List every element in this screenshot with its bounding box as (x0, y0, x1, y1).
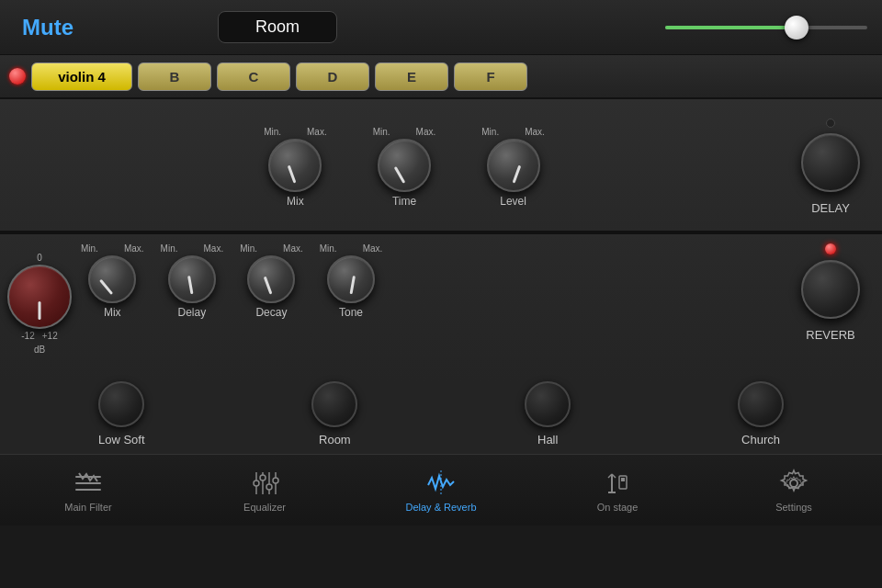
reverb-button-label: REVERB (806, 328, 854, 342)
reverb-preset-room: Room (311, 381, 357, 447)
on-stage-icon (603, 469, 632, 498)
svg-point-6 (273, 478, 278, 483)
main-filter-icon (74, 469, 103, 498)
reverb-preset-low-soft-button[interactable] (98, 381, 144, 427)
slider-thumb[interactable] (785, 16, 808, 40)
delay-level-labels: Min. Max. (481, 127, 545, 137)
mute-button[interactable]: Mute (15, 11, 81, 44)
reverb-preset-hall-label: Hall (537, 433, 558, 447)
preset-button-e[interactable]: E (375, 62, 448, 91)
delay-time-indicator (394, 165, 406, 183)
delay-level-min-label: Min. (481, 127, 499, 137)
svg-rect-2 (75, 489, 101, 491)
preset-button-b[interactable]: B (138, 62, 211, 91)
room-label-container: Room (81, 11, 474, 43)
svg-point-3 (254, 481, 259, 486)
delay-level-group: Min. Max. Level (481, 127, 545, 208)
reverb-preset-low-soft: Low Soft (98, 381, 145, 447)
equalizer-icon (250, 469, 279, 498)
delay-led (826, 119, 835, 128)
nav-equalizer[interactable]: Equalizer (176, 455, 353, 526)
reverb-mix-knob[interactable] (88, 255, 136, 303)
reverb-knobs-container: Min. Max. Mix Min. Max. Delay Min. Max. (81, 243, 794, 319)
reverb-preset-church-button[interactable] (738, 381, 784, 427)
preset-button-f[interactable]: F (454, 62, 527, 91)
reverb-mix-indicator (99, 279, 113, 295)
nav-on-stage-label: On stage (597, 502, 639, 513)
reverb-delay-min: Min. (161, 243, 178, 254)
reverb-delay-max: Max. (203, 243, 223, 254)
settings-icon (779, 469, 808, 498)
reverb-db-max: +12 (42, 331, 58, 341)
reverb-tone-label: Tone (339, 306, 363, 319)
reverb-button-area: REVERB (794, 243, 867, 342)
svg-rect-17 (621, 478, 625, 481)
delay-level-max-label: Max. (525, 127, 545, 137)
delay-mix-min-label: Min. (264, 127, 281, 137)
delay-mix-labels: Min. Max. (264, 127, 327, 137)
reverb-led (825, 243, 836, 254)
delay-level-indicator (512, 164, 521, 183)
reverb-decay-group: Min. Max. Decay (240, 243, 303, 319)
reverb-delay-labels: Min. Max. (161, 243, 224, 254)
nav-settings-label: Settings (775, 502, 812, 513)
reverb-db-group: 0 -12 +12 dB (7, 253, 72, 355)
top-bar: Mute Room (0, 0, 882, 55)
svg-rect-1 (75, 482, 101, 484)
nav-on-stage[interactable]: On stage (529, 455, 706, 526)
delay-time-group: Min. Max. Time (373, 127, 436, 208)
reverb-mix-group: Min. Max. Mix (81, 243, 144, 319)
delay-mix-knob[interactable] (268, 139, 322, 192)
reverb-delay-knob[interactable] (168, 255, 216, 303)
delay-knobs-container: Min. Max. Mix Min. Max. Time Min. Max. (15, 127, 794, 208)
reverb-tone-labels: Min. Max. (320, 243, 383, 254)
reverb-decay-knob[interactable] (247, 255, 295, 303)
bottom-nav: Main Filter Equalizer Delay & Reverb (0, 454, 882, 526)
delay-time-labels: Min. Max. (373, 127, 436, 137)
reverb-preset-hall: Hall (525, 381, 571, 447)
delay-time-knob[interactable] (378, 139, 431, 192)
reverb-preset-low-soft-label: Low Soft (98, 433, 145, 447)
preset-button-violin4[interactable]: violin 4 (31, 62, 132, 91)
reverb-decay-labels: Min. Max. (240, 243, 303, 254)
delay-button-label: DELAY (811, 201, 850, 215)
delay-mix-group: Min. Max. Mix (264, 127, 327, 208)
reverb-decay-max: Max. (283, 243, 303, 254)
nav-delay-reverb[interactable]: Delay & Reverb (353, 455, 529, 526)
volume-slider-container[interactable] (474, 26, 867, 29)
reverb-db-indicator (39, 301, 41, 320)
nav-settings[interactable]: Settings (706, 455, 882, 526)
nav-main-filter[interactable]: Main Filter (0, 455, 176, 526)
slider-track[interactable] (665, 26, 867, 29)
reverb-delay-indicator (187, 276, 193, 294)
slider-fill (665, 26, 797, 29)
delay-time-max-label: Max. (416, 127, 436, 137)
reverb-preset-hall-button[interactable] (525, 381, 571, 427)
delay-time-label: Time (392, 195, 416, 208)
preset-button-d[interactable]: D (296, 62, 369, 91)
record-indicator (9, 68, 26, 85)
reverb-decay-label: Decay (255, 306, 287, 319)
reverb-db-min: -12 (21, 331, 34, 341)
reverb-section: 0 -12 +12 dB Min. Max. Mix Min. Max. (0, 234, 882, 381)
reverb-preset-room-label: Room (319, 433, 351, 447)
reverb-tone-min: Min. (320, 243, 337, 254)
reverb-toggle-button[interactable] (801, 260, 860, 319)
reverb-mix-label: Mix (104, 306, 121, 319)
delay-toggle-button[interactable] (801, 133, 860, 192)
delay-mix-indicator (288, 164, 297, 183)
preset-button-c[interactable]: C (217, 62, 290, 91)
nav-main-filter-label: Main Filter (64, 502, 111, 513)
reverb-preset-room-button[interactable] (311, 381, 357, 427)
nav-delay-reverb-label: Delay & Reverb (405, 502, 476, 513)
delay-button-area: DELAY (794, 119, 867, 215)
reverb-db-bottom-labels: -12 +12 (21, 331, 57, 341)
svg-point-5 (266, 484, 272, 490)
reverb-mix-max: Max. (124, 243, 144, 254)
reverb-delay-group: Min. Max. Delay (161, 243, 224, 319)
delay-level-knob[interactable] (487, 139, 540, 192)
reverb-tone-max: Max. (363, 243, 383, 254)
reverb-db-knob[interactable] (7, 265, 72, 329)
reverb-preset-church-label: Church (741, 433, 780, 447)
reverb-tone-knob[interactable] (327, 255, 375, 303)
